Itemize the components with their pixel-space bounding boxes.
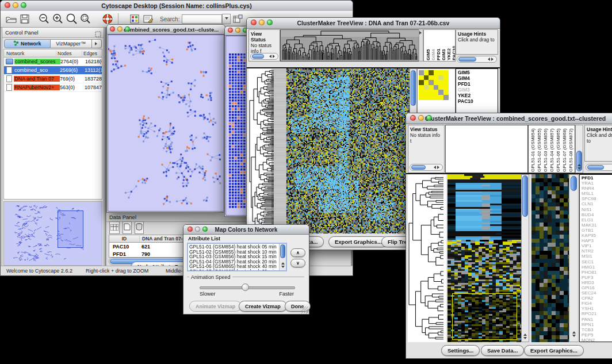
gene-label[interactable]: PEP5 bbox=[580, 332, 612, 338]
gene-label[interactable]: MON2 bbox=[580, 338, 612, 342]
zoom-button[interactable] bbox=[426, 115, 432, 121]
gene-label[interactable]: HAP3 bbox=[580, 238, 612, 243]
zoom-region-icon[interactable] bbox=[79, 12, 93, 26]
gene-label[interactable]: GPI16 bbox=[580, 285, 612, 290]
gene-label[interactable]: YKE2 bbox=[456, 93, 498, 98]
minimize-button[interactable] bbox=[117, 26, 123, 32]
matrix-cell[interactable] bbox=[443, 80, 449, 85]
main-heatmap[interactable] bbox=[286, 68, 410, 233]
gene-label[interactable]: PAC10 bbox=[456, 98, 498, 104]
zoom-button[interactable] bbox=[125, 26, 130, 32]
minimize-button[interactable] bbox=[418, 115, 424, 121]
main-titlebar[interactable]: Cytoscape Desktop (Session Name: collins… bbox=[1, 1, 353, 12]
gene-label[interactable]: PAN1 bbox=[580, 317, 612, 322]
save-icon[interactable] bbox=[18, 12, 32, 26]
heatmap-vscrollbar[interactable] bbox=[521, 174, 529, 342]
view-status-scrollbar[interactable] bbox=[410, 164, 443, 171]
close-button[interactable] bbox=[110, 26, 115, 32]
gene-label[interactable]: GIM4 bbox=[456, 75, 498, 81]
move-up-button[interactable]: ∧ bbox=[290, 248, 305, 257]
matrix-cell[interactable] bbox=[434, 85, 439, 90]
gene-label[interactable]: SPC98 bbox=[580, 196, 612, 201]
gene-label[interactable]: MAK31 bbox=[580, 223, 612, 228]
gene-label[interactable]: PUF3 bbox=[580, 275, 612, 280]
col-header-nodes[interactable]: Nodes bbox=[56, 51, 82, 56]
tab-overflow-icon[interactable] bbox=[92, 39, 102, 48]
matrix-cell[interactable] bbox=[429, 95, 434, 100]
matrix-cell[interactable] bbox=[429, 80, 434, 85]
minimize-button[interactable] bbox=[13, 2, 18, 8]
gene-label[interactable]: MSI1 bbox=[580, 254, 612, 259]
matrix-cell[interactable] bbox=[419, 85, 424, 90]
zoom-heatmap[interactable] bbox=[531, 174, 569, 342]
matrix-cell[interactable] bbox=[434, 80, 439, 85]
column-tree-area[interactable] bbox=[445, 125, 528, 173]
matrix-cell[interactable] bbox=[434, 75, 439, 81]
open-icon[interactable] bbox=[4, 12, 18, 26]
gene-label[interactable]: PFD1 bbox=[580, 175, 612, 181]
main-heatmap[interactable] bbox=[447, 174, 521, 342]
matrix-cell[interactable] bbox=[424, 90, 429, 95]
column-label[interactable]: GPL51-02 (GSM855) bbox=[537, 128, 542, 172]
search-dropdown-icon[interactable] bbox=[222, 14, 231, 24]
gene-label[interactable]: GIM5 bbox=[456, 70, 498, 75]
tab-network[interactable]: Network bbox=[4, 39, 51, 48]
create-vizmap-button[interactable]: Create Vizmap bbox=[239, 301, 287, 312]
treeview1-titlebar[interactable]: ClusterMaker TreeView : DNA and Tran 07-… bbox=[247, 18, 500, 29]
matrix-cell[interactable] bbox=[424, 80, 429, 85]
gene-label[interactable]: PHO81 bbox=[580, 270, 612, 275]
slider-thumb[interactable] bbox=[242, 283, 249, 291]
gene-label[interactable]: KAP95 bbox=[580, 233, 612, 238]
gene-label[interactable]: HRD3 bbox=[580, 280, 612, 285]
animate-vizmap-button[interactable]: Animate Vizmap bbox=[189, 301, 242, 312]
matrix-cell[interactable] bbox=[419, 75, 424, 81]
column-label[interactable]: GPL51-04 (GSM857) bbox=[549, 128, 554, 172]
close-button[interactable] bbox=[228, 28, 233, 33]
close-button[interactable] bbox=[251, 20, 257, 25]
matrix-cell[interactable] bbox=[438, 70, 443, 75]
zoom-out-icon[interactable] bbox=[37, 12, 51, 26]
animation-speed-slider[interactable] bbox=[200, 286, 295, 289]
matrix-cell[interactable] bbox=[443, 95, 449, 100]
matrix-cell[interactable] bbox=[434, 70, 439, 75]
column-label[interactable]: GPL51-06 (GSM865) bbox=[556, 128, 561, 172]
matrix-cell[interactable] bbox=[438, 85, 443, 90]
correlation-matrix[interactable] bbox=[419, 70, 449, 100]
search-options-icon[interactable] bbox=[231, 12, 244, 26]
gene-label[interactable]: HMG1 bbox=[580, 265, 612, 270]
usage-hints-scrollbar[interactable] bbox=[457, 56, 497, 63]
gene-label[interactable]: FIG4 bbox=[580, 301, 612, 306]
column-label[interactable]: GPL51-07 (GSM868) bbox=[562, 128, 567, 172]
column-label[interactable]: GPL51-08 (GSM872) bbox=[568, 128, 573, 172]
zoom-fit-icon[interactable] bbox=[65, 12, 79, 26]
matrix-cell[interactable] bbox=[429, 75, 434, 81]
network-row[interactable]: DNA and Tran 07769(0)183728(0) bbox=[4, 75, 102, 83]
gene-label[interactable]: YRA1 bbox=[580, 181, 612, 186]
gene-label[interactable]: CPA2 bbox=[580, 296, 612, 301]
matrix-cell[interactable] bbox=[443, 90, 449, 95]
matrix-cell[interactable] bbox=[438, 95, 443, 100]
gene-label[interactable]: TCB3 bbox=[580, 327, 612, 332]
matrix-cell[interactable] bbox=[434, 95, 439, 100]
matrix-cell[interactable] bbox=[443, 70, 449, 75]
matrix-cell[interactable] bbox=[424, 75, 429, 81]
gene-label[interactable]: GTB1 bbox=[580, 228, 612, 233]
matrix-cell[interactable] bbox=[419, 90, 424, 95]
gene-label[interactable]: NIS1 bbox=[580, 207, 612, 212]
data-col-id[interactable]: ID bbox=[109, 236, 140, 242]
column-label[interactable]: PAC10 bbox=[452, 46, 456, 60]
attribute-list-scrollbar[interactable] bbox=[279, 244, 286, 270]
column-label[interactable]: PFD1 bbox=[436, 49, 441, 60]
gene-label[interactable]: BUD4 bbox=[580, 212, 612, 217]
search-input[interactable] bbox=[182, 14, 222, 24]
minimize-button[interactable] bbox=[235, 28, 240, 33]
attribute-list-item[interactable]: GPL51-07 (GSM868) heat shock 60 min bbox=[188, 269, 286, 272]
gene-label[interactable]: YSH1 bbox=[580, 306, 612, 311]
network-row[interactable]: combined_sco2569(6)13112(15) bbox=[4, 66, 102, 75]
gene-label[interactable]: RNR4 bbox=[580, 186, 612, 191]
move-down-button[interactable]: ∨ bbox=[290, 259, 305, 267]
gene-label[interactable]: VIP1 bbox=[580, 243, 612, 248]
view-status-scrollbar[interactable] bbox=[250, 53, 278, 60]
close-button[interactable] bbox=[188, 227, 193, 232]
matrix-cell[interactable] bbox=[419, 70, 424, 75]
